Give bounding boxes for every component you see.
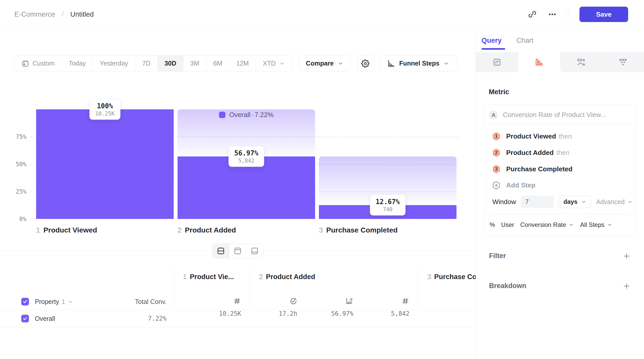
y-tick-label: 0%: [8, 216, 26, 222]
step-name: Purchase Completed: [326, 226, 398, 234]
step-column-number: 1: [183, 273, 187, 281]
step-metric-icons: [174, 297, 250, 310]
add-filter-icon[interactable]: [623, 252, 630, 260]
charttype-tab-funnel-bars[interactable]: [518, 52, 560, 72]
add-breakdown-icon[interactable]: [623, 282, 630, 290]
metric-value-cell: 56.97%: [306, 310, 362, 317]
dots-grid-icon: [619, 58, 627, 67]
window-value-input[interactable]: [521, 196, 554, 208]
steps-list: 1Product Viewedthen2Product Addedthen3Pu…: [487, 128, 633, 177]
row-checkbox[interactable]: [21, 315, 29, 322]
add-step-button[interactable]: Add Step: [487, 177, 633, 193]
metric-step-1[interactable]: 1Product Viewedthen: [487, 128, 633, 144]
range-today[interactable]: Today: [62, 56, 93, 71]
funnel-bar-1[interactable]: [36, 109, 174, 219]
range-30d[interactable]: 30D: [158, 56, 183, 71]
window-unit-dropdown[interactable]: days: [559, 196, 591, 208]
property-dropdown[interactable]: Property 1: [35, 298, 73, 305]
metric-icon-cell: [250, 297, 306, 305]
metric-value-cell: 17.2h: [250, 310, 306, 317]
table-header-row: Property 1 Total Conv. 1Product Vie...2P…: [0, 267, 476, 310]
step-number: 1: [36, 226, 40, 234]
bar-count-value: 740: [376, 206, 400, 212]
metric-icon-cell: [418, 297, 476, 305]
save-button[interactable]: Save: [579, 7, 628, 22]
check-icon: [22, 299, 28, 304]
funnel-chart: 75%50%25%0%100%10.25K1Product Viewed56.9…: [36, 109, 456, 219]
chart-percent-icon[interactable]: [345, 297, 353, 305]
charttype-tab-dots-grid[interactable]: [602, 52, 644, 72]
clock-check-icon[interactable]: [289, 297, 297, 305]
table-row-step-3: 1.9D: [418, 310, 476, 327]
range-label: 7D: [142, 60, 150, 67]
measure-entity[interactable]: User: [501, 221, 514, 228]
metric-card: A Conversion Rate of Product View... 1Pr…: [484, 105, 636, 236]
share-link-icon[interactable]: [528, 10, 537, 19]
range-7d[interactable]: 7D: [135, 56, 158, 71]
compare-button[interactable]: Compare: [299, 55, 350, 71]
charttype-tab-flow[interactable]: [560, 52, 602, 72]
select-all-checkbox[interactable]: [21, 298, 29, 305]
range-xtd[interactable]: XTD: [256, 56, 292, 71]
metric-step-2[interactable]: 2Product Addedthen: [487, 144, 633, 161]
tab-query[interactable]: Query: [482, 37, 502, 45]
charttype-tab-line-chart[interactable]: [476, 52, 518, 72]
step-name: Product Viewed: [44, 226, 97, 234]
metric-step-3[interactable]: 3Purchase Completed: [487, 161, 633, 177]
chart-type-button[interactable]: Funnel Steps: [380, 55, 456, 71]
chevron-down-icon: [443, 60, 449, 67]
chart-toolbar: CustomTodayYesterday7D30D3M6M12MXTD Comp…: [14, 55, 456, 71]
step-hexagon-badge: 3: [492, 165, 500, 173]
hash-icon[interactable]: [233, 297, 241, 305]
bar-count-value: 5,842: [234, 158, 258, 164]
tab-chart[interactable]: Chart: [516, 37, 533, 45]
total-conv-value: 7.22%: [148, 315, 167, 322]
chevron-down-icon: [279, 60, 285, 67]
step-event-name: Product Added: [506, 149, 554, 157]
funnel-steps-icon: [387, 59, 395, 68]
step-then-label: then: [559, 132, 572, 140]
bar-pct-value: 56.97%: [234, 149, 258, 157]
step-hexagon-badge: 2: [492, 149, 500, 157]
breadcrumb-root[interactable]: E-Commerce: [14, 10, 55, 18]
chevron-down-icon: [581, 199, 587, 205]
window-label: Window: [492, 198, 516, 206]
y-tick-mark: [30, 219, 33, 219]
step-event-name: Purchase Completed: [506, 165, 573, 173]
range-6m[interactable]: 6M: [206, 56, 230, 71]
measure-type-dropdown[interactable]: Conversion Rate: [520, 221, 574, 228]
chevron-down-icon: [627, 199, 633, 205]
layout-bottom-toggle[interactable]: [246, 244, 263, 258]
range-label: XTD: [263, 60, 276, 67]
layout-bottom-icon: [251, 247, 259, 255]
measure-scope-dropdown[interactable]: All Steps: [580, 221, 612, 228]
range-3m[interactable]: 3M: [183, 56, 206, 71]
metric-title: Conversion Rate of Product View...: [503, 111, 606, 119]
active-tab-underline: [482, 48, 505, 50]
y-tick-mark: [30, 164, 33, 165]
bar-value-tooltip: 12.67%740: [370, 195, 406, 215]
range-yesterday[interactable]: Yesterday: [93, 56, 135, 71]
layout-top-toggle[interactable]: [229, 244, 246, 258]
range-12m[interactable]: 12M: [229, 56, 256, 71]
layout-split-toggle[interactable]: [212, 244, 229, 258]
step-axis-label: 3Purchase Completed: [319, 226, 398, 234]
date-range-selector: CustomTodayYesterday7D30D3M6M12MXTD: [14, 55, 292, 71]
range-custom[interactable]: Custom: [15, 56, 62, 71]
table-row[interactable]: Overall 7.22% 10.25K17.2h56.97%5,8421.9D: [0, 310, 476, 327]
table-header-step-2: 2Product Added: [250, 267, 418, 310]
step-axis-label: 1Product Viewed: [36, 226, 97, 234]
breadcrumb-current[interactable]: Untitled: [70, 10, 94, 18]
metric-card-header[interactable]: A Conversion Rate of Product View...: [484, 105, 636, 124]
advanced-dropdown[interactable]: Advanced: [596, 198, 633, 206]
step-axis-label: 2Product Added: [178, 226, 236, 234]
breakdown-section: Breakdown: [489, 282, 636, 290]
chart-settings-button[interactable]: [357, 55, 373, 71]
metric-badge: A: [490, 111, 497, 119]
step-values: 17.2h56.97%5,842: [250, 310, 418, 317]
y-tick-label: 50%: [8, 161, 26, 167]
more-options-icon[interactable]: [548, 10, 557, 19]
hash-icon[interactable]: [401, 297, 409, 305]
sidebar-content: Metric A Conversion Rate of Product View…: [476, 72, 644, 359]
range-label: 12M: [236, 60, 249, 67]
